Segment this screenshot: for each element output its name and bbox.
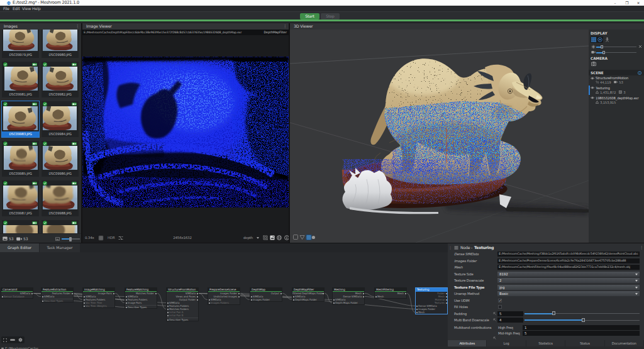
attr-pin-icon[interactable] <box>446 299 447 301</box>
graph-settings-gear-icon[interactable] <box>18 338 23 342</box>
attr-pin-icon[interactable] <box>251 299 252 301</box>
maximize-button[interactable]: ❐ <box>623 0 631 6</box>
image-thumbnail[interactable]: DSC09987.JPG <box>2 180 39 216</box>
node-attr-in[interactable]: Voc Tree: Weights <box>83 304 114 307</box>
node-attr-in[interactable]: Depth Maps Folder <box>333 301 364 304</box>
image-thumbnail[interactable]: DSC09988.JPG <box>42 180 79 216</box>
attr-pin-icon[interactable] <box>42 296 43 297</box>
point-size-handle[interactable] <box>601 45 603 48</box>
attr-sub-value[interactable]: 1 <box>523 325 640 330</box>
attr-pin-icon[interactable] <box>84 306 85 307</box>
attr-sub-value[interactable]: 5 <box>523 331 640 336</box>
attr-pin-icon[interactable] <box>113 293 114 294</box>
attr-pin-icon[interactable] <box>323 293 324 294</box>
attr-pin-icon[interactable] <box>2 296 3 297</box>
image-thumbnail[interactable]: DSC09981.JPG <box>2 62 39 97</box>
viewer3d-scene[interactable] <box>290 30 589 243</box>
scene-item[interactable]: 1986532608_depthMap.exr 3,153,915 <box>589 96 644 106</box>
attr-number-value[interactable]: 4 <box>497 318 523 323</box>
graph-node-meshfiltering[interactable]: MeshFilteringMeshMesh <box>374 287 407 299</box>
attr-file-value[interactable]: E:/MeshroomCache/PrepareDenseScene/6ceff… <box>497 258 640 263</box>
graph-node-depthmapfilter[interactable]: DepthMapFilterFiltered DepthMaps FolderS… <box>292 287 325 302</box>
attr-pin-icon[interactable] <box>126 299 127 301</box>
attr-pin-icon[interactable] <box>167 302 169 304</box>
node-panel-menu-icon[interactable]: ⋮ <box>640 245 642 250</box>
node-attr-in[interactable]: Describer Types <box>125 305 157 308</box>
node-attr-in[interactable]: Sensor Database <box>1 295 33 298</box>
node-attr-in[interactable]: Describer Types <box>42 299 73 302</box>
attr-pin-icon[interactable] <box>280 293 282 294</box>
attr-combo[interactable]: Basic <box>497 291 640 296</box>
channel-select[interactable]: depth <box>243 233 253 243</box>
attr-pin-icon[interactable] <box>333 302 335 304</box>
attr-pin-icon[interactable] <box>209 299 210 301</box>
attr-pin-icon[interactable] <box>197 299 198 301</box>
attr-combo[interactable]: 2 <box>497 278 640 283</box>
thumb-size-slider-handle[interactable] <box>69 237 72 241</box>
attr-pin-icon[interactable] <box>405 293 406 294</box>
node-attr-in[interactable]: Image Pairs <box>125 301 157 304</box>
node-settings-icon[interactable] <box>454 246 458 250</box>
gizmo-toggle-icon[interactable] <box>597 37 602 42</box>
node-attr-in[interactable]: DepthMaps Folder <box>292 298 324 301</box>
attr-pin-icon[interactable] <box>363 293 364 294</box>
graph-node-featurematching[interactable]: FeatureMatchingMatches FolderSfMDataFeat… <box>125 287 157 309</box>
close-button[interactable]: ✕ <box>634 0 643 6</box>
attr-pin-icon[interactable] <box>72 293 73 294</box>
close-icon[interactable] <box>638 45 642 48</box>
camera-scale-handle[interactable] <box>602 51 605 54</box>
node-tab-status[interactable]: Status <box>565 340 604 346</box>
visibility-eye-icon[interactable] <box>591 96 594 99</box>
scene-item[interactable]: Texturing 1,431,8723 <box>589 86 644 96</box>
attr-number-value[interactable]: 5 <box>497 311 523 316</box>
fit-view-icon[interactable] <box>3 338 7 342</box>
attr-pin-icon[interactable] <box>84 302 85 304</box>
node-tab-attributes[interactable]: Attributes <box>448 340 486 346</box>
reset-icon[interactable] <box>493 318 496 321</box>
image-overlay-camera-icon[interactable] <box>591 62 596 66</box>
attr-file-value[interactable]: E:/MeshroomCache/MeshFiltering/f9aef8c04… <box>497 265 640 270</box>
attr-slider-handle[interactable] <box>582 318 585 322</box>
visibility-eye-icon[interactable] <box>591 86 594 89</box>
graph-canvas[interactable]: CameraInitSfMDataSensor Database Feature… <box>0 252 448 346</box>
attr-pin-icon[interactable] <box>167 312 169 313</box>
depth-map-image[interactable] <box>82 57 289 208</box>
attr-pin-icon[interactable] <box>84 299 85 301</box>
attr-pin-icon[interactable] <box>197 296 198 297</box>
node-attr-in[interactable]: SfMData <box>42 295 73 298</box>
attr-pin-icon[interactable] <box>446 302 447 304</box>
graph-node-structurefrommotion[interactable]: StructureFromMotionSfMDataViews and Pose… <box>166 287 199 321</box>
node-attr-in[interactable]: Images Folders <box>208 301 240 304</box>
node-attr-in[interactable]: Mesh <box>416 311 447 314</box>
attr-combo[interactable]: 8192 <box>497 272 640 277</box>
graph-node-texturing[interactable]: TexturingFolderMeshMaterialTexturesDense… <box>415 287 448 314</box>
stop-button[interactable]: Stop <box>321 13 340 19</box>
attr-pin-icon[interactable] <box>416 312 418 313</box>
crop-icon[interactable] <box>263 235 268 240</box>
attr-pin-icon[interactable] <box>31 293 33 294</box>
attr-pin-icon[interactable] <box>416 309 418 310</box>
attr-pin-icon[interactable] <box>238 293 240 294</box>
image-thumbnail[interactable]: DSC09980.JPG <box>42 30 79 58</box>
attr-pin-icon[interactable] <box>293 296 294 297</box>
snapshot-icon[interactable] <box>270 235 275 240</box>
scene-item[interactable]: StructureFromMotion 44,11953 <box>589 76 644 86</box>
attr-slider-handle[interactable] <box>552 311 555 315</box>
attr-checkbox[interactable] <box>498 299 502 302</box>
attr-pin-icon[interactable] <box>416 306 418 307</box>
tab-task-manager[interactable]: Task Manager <box>40 243 80 252</box>
node-tab-documentation[interactable]: Documentation <box>605 340 643 346</box>
compare-icon[interactable] <box>277 235 282 240</box>
attr-file-value[interactable]: E:/MeshroomCache/Meshing/f38bb1a2f6165ab… <box>497 252 640 257</box>
image-thumbnail[interactable]: DSC09985.JPG <box>2 141 39 177</box>
graph-node-preparedensescene[interactable]: PrepareDenseSceneImages FolderUndistorte… <box>208 287 240 305</box>
image-thumbnail[interactable]: DSC09983.JPG <box>2 101 39 137</box>
attr-pin-icon[interactable] <box>84 296 85 297</box>
node-attr-in[interactable]: Describer Types <box>167 318 198 321</box>
minimap-icon[interactable] <box>10 339 15 341</box>
reset-icon[interactable] <box>493 312 496 315</box>
attr-checkbox[interactable] <box>498 305 502 309</box>
attr-pin-icon[interactable] <box>446 293 447 294</box>
menu-edit[interactable]: Edit <box>13 6 19 11</box>
image-thumbnail[interactable]: DSC09982.JPG <box>42 62 79 97</box>
